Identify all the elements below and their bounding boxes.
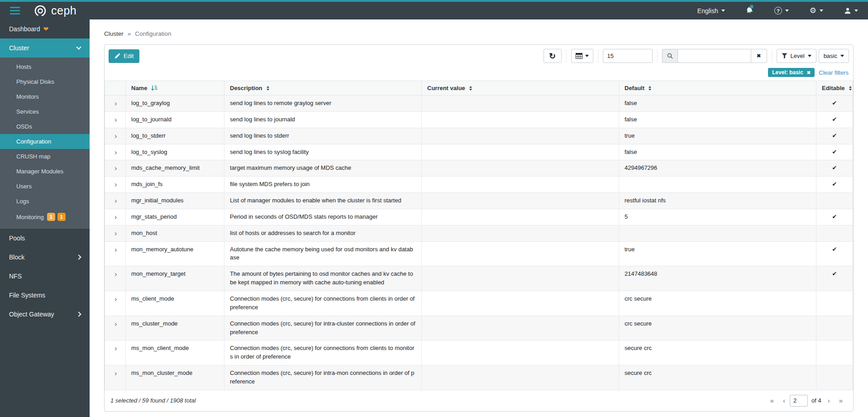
expand-row-icon[interactable] bbox=[114, 200, 117, 203]
sidebar-item-osds[interactable]: OSDs bbox=[0, 119, 90, 134]
remove-filter-icon[interactable]: ✖ bbox=[807, 70, 811, 75]
column-name[interactable]: Name bbox=[126, 81, 224, 96]
table-row[interactable]: mgr_stats_periodPeriod in seconds of OSD… bbox=[105, 209, 853, 225]
last-page-button[interactable]: » bbox=[839, 397, 843, 404]
cell-expand bbox=[105, 340, 126, 365]
expand-row-icon[interactable] bbox=[114, 135, 117, 138]
cell-editable: ✔ bbox=[816, 128, 853, 144]
sidebar-item-label: Cluster bbox=[9, 44, 29, 52]
table-row[interactable]: mgr_initial_modulesList of manager modul… bbox=[105, 193, 853, 209]
expand-row-icon[interactable] bbox=[114, 347, 117, 350]
search-input[interactable] bbox=[677, 49, 751, 63]
cell-expand bbox=[105, 291, 126, 316]
sidebar-item-cluster[interactable]: Cluster bbox=[0, 38, 90, 58]
cell-editable: ✔ bbox=[816, 209, 853, 225]
ceph-logo[interactable]: ceph bbox=[33, 4, 76, 18]
table-row[interactable]: ms_mon_cluster_modeConnection modes (crc… bbox=[105, 365, 853, 390]
table-row[interactable]: log_to_graylogsend log lines to remote g… bbox=[105, 96, 853, 112]
column-editable[interactable]: Editable bbox=[816, 81, 853, 96]
sidebar-item-label: Block bbox=[9, 254, 24, 261]
column-toggle-button[interactable] bbox=[571, 49, 593, 63]
sidebar-item-services[interactable]: Services bbox=[0, 104, 90, 119]
menu-toggle-icon[interactable] bbox=[10, 7, 20, 14]
breadcrumb-cluster[interactable]: Cluster bbox=[104, 30, 124, 37]
chevron-down-icon bbox=[820, 10, 823, 12]
sidebar-item-block[interactable]: Block bbox=[0, 248, 90, 267]
sidebar-item-label: Hosts bbox=[16, 63, 31, 70]
column-current-value[interactable]: Current value bbox=[422, 81, 619, 96]
table-row[interactable]: log_to_stderrsend log lines to stderrtru… bbox=[105, 128, 853, 144]
breadcrumb-separator: » bbox=[128, 30, 131, 37]
active-filters-row: Level: basic ✖ Clear filters bbox=[105, 67, 853, 81]
sidebar-item-dashboard[interactable]: Dashboard❤ bbox=[0, 19, 90, 38]
sidebar-item-object-gateway[interactable]: Object Gateway bbox=[0, 305, 90, 324]
expand-row-icon[interactable] bbox=[114, 167, 117, 170]
cell-current-value bbox=[422, 266, 619, 291]
expand-row-icon[interactable] bbox=[114, 323, 117, 326]
clear-filters-link[interactable]: Clear filters bbox=[819, 69, 849, 76]
sidebar-item-manager-modules[interactable]: Manager Modules bbox=[0, 164, 90, 179]
table-row[interactable]: ms_mon_client_modeConnection modes (crc,… bbox=[105, 340, 853, 365]
cell-current-value bbox=[422, 225, 619, 241]
table-row[interactable]: mds_cache_memory_limittarget maximum mem… bbox=[105, 160, 853, 177]
sidebar-item-configuration[interactable]: Configuration bbox=[0, 134, 90, 149]
sidebar-item-hosts[interactable]: Hosts bbox=[0, 59, 90, 74]
expand-row-icon[interactable] bbox=[114, 232, 117, 235]
cell-editable: ✔ bbox=[816, 241, 853, 266]
page-size-input[interactable] bbox=[603, 49, 653, 63]
toolbar-right: ↻ bbox=[544, 49, 849, 63]
prev-page-button[interactable]: ‹ bbox=[783, 397, 785, 404]
sidebar-submenu-cluster: HostsPhysical DisksMonitorsServicesOSDsC… bbox=[0, 58, 90, 229]
sidebar-item-monitoring[interactable]: Monitoring11 bbox=[0, 209, 90, 225]
cell-expand bbox=[105, 316, 126, 340]
table-row[interactable]: log_to_journaldsend log lines to journal… bbox=[105, 111, 853, 128]
help-dropdown[interactable]: ? bbox=[774, 7, 789, 14]
user-dropdown[interactable] bbox=[844, 7, 858, 14]
expand-row-icon[interactable] bbox=[114, 273, 117, 276]
clear-search-button[interactable]: ✖ bbox=[751, 49, 767, 63]
column-description-label: Description bbox=[230, 85, 262, 91]
sidebar-item-pools[interactable]: Pools bbox=[0, 229, 90, 248]
expand-row-icon[interactable] bbox=[114, 216, 117, 219]
table-row[interactable]: ms_client_modeConnection modes (crc, sec… bbox=[105, 291, 853, 316]
cell-current-value bbox=[422, 340, 619, 365]
cell-default bbox=[619, 177, 816, 193]
column-default[interactable]: Default bbox=[619, 81, 816, 96]
column-description[interactable]: Description bbox=[224, 81, 422, 96]
table-row[interactable]: mon_memory_targetThe amount of bytes per… bbox=[105, 266, 853, 291]
refresh-button[interactable]: ↻ bbox=[544, 49, 562, 63]
expand-row-icon[interactable] bbox=[114, 102, 117, 105]
sidebar-item-logs[interactable]: Logs bbox=[0, 194, 90, 209]
cell-editable: ✔ bbox=[816, 266, 853, 291]
expand-row-icon[interactable] bbox=[114, 372, 117, 375]
column-current-value-label: Current value bbox=[427, 85, 465, 91]
table-row[interactable]: mon_memory_autotuneAutotune the cache me… bbox=[105, 241, 853, 266]
edit-button[interactable]: Edit bbox=[109, 49, 139, 63]
next-page-button[interactable]: › bbox=[828, 397, 830, 404]
cell-description: The amount of bytes pertaining to osd mo… bbox=[224, 266, 422, 291]
expand-row-icon[interactable] bbox=[114, 119, 117, 122]
page-number-input[interactable] bbox=[790, 395, 808, 407]
table-row[interactable]: log_to_syslogsend log lines to syslog fa… bbox=[105, 144, 853, 160]
cell-default: crc secure bbox=[619, 316, 816, 340]
sidebar-item-users[interactable]: Users bbox=[0, 179, 90, 194]
first-page-button[interactable]: « bbox=[770, 397, 774, 404]
level-filter-button[interactable]: Level bbox=[777, 49, 816, 63]
table-row[interactable]: mds_join_fsfile system MDS prefers to jo… bbox=[105, 177, 853, 193]
sidebar-item-label: File Systems bbox=[9, 292, 45, 299]
sidebar-item-monitors[interactable]: Monitors bbox=[0, 89, 90, 104]
table-row[interactable]: ms_cluster_modeConnection modes (crc, se… bbox=[105, 316, 853, 340]
sidebar-item-file-systems[interactable]: File Systems bbox=[0, 286, 90, 305]
notifications-button[interactable] bbox=[746, 6, 754, 15]
expand-row-icon[interactable] bbox=[114, 249, 117, 252]
level-value-button[interactable]: basic bbox=[819, 49, 849, 63]
table-row[interactable]: mon_hostlist of hosts or addresses to se… bbox=[105, 225, 853, 241]
sidebar-item-crush-map[interactable]: CRUSH map bbox=[0, 149, 90, 164]
sidebar-item-physical-disks[interactable]: Physical Disks bbox=[0, 74, 90, 89]
expand-row-icon[interactable] bbox=[114, 298, 117, 301]
language-dropdown[interactable]: English bbox=[697, 7, 725, 14]
sidebar-item-nfs[interactable]: NFS bbox=[0, 267, 90, 286]
expand-row-icon[interactable] bbox=[114, 151, 117, 154]
settings-dropdown[interactable]: ⚙ bbox=[810, 7, 823, 14]
expand-row-icon[interactable] bbox=[114, 183, 117, 187]
